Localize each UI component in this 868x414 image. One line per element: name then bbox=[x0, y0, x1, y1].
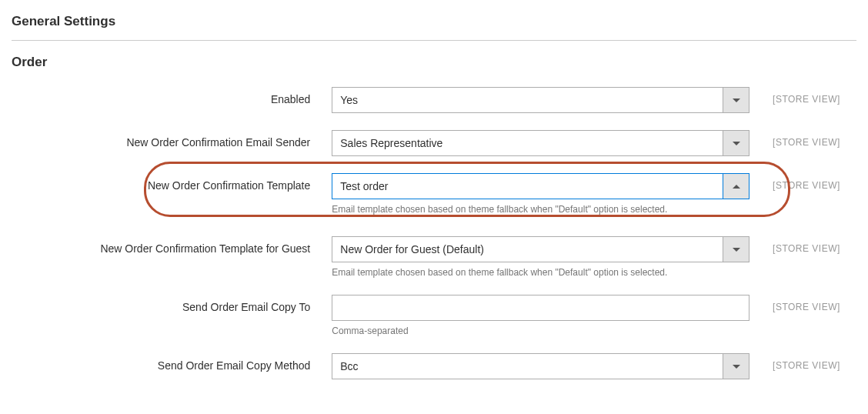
field-row-guest-template: New Order Confirmation Template for Gues… bbox=[12, 236, 856, 278]
guest-template-value: New Order for Guest (Default) bbox=[332, 237, 723, 262]
enabled-select[interactable]: Yes bbox=[332, 87, 749, 113]
copy-method-value: Bcc bbox=[332, 354, 723, 379]
sender-value: Sales Representative bbox=[332, 131, 723, 155]
template-hint: Email template chosen based on theme fal… bbox=[332, 204, 749, 215]
copy-method-select[interactable]: Bcc bbox=[332, 353, 749, 379]
chevron-down-icon bbox=[723, 88, 749, 112]
copy-to-input[interactable] bbox=[332, 295, 749, 321]
guest-template-select[interactable]: New Order for Guest (Default) bbox=[332, 236, 749, 262]
copy-method-scope: [STORE VIEW] bbox=[749, 353, 856, 371]
section-divider bbox=[12, 40, 856, 41]
guest-template-hint: Email template chosen based on theme fal… bbox=[332, 267, 749, 278]
guest-template-control: New Order for Guest (Default) Email temp… bbox=[332, 236, 749, 278]
template-value: Test order bbox=[332, 174, 723, 199]
enabled-scope: [STORE VIEW] bbox=[749, 87, 856, 105]
field-row-enabled: Enabled Yes [STORE VIEW] bbox=[12, 87, 856, 113]
chevron-down-icon bbox=[723, 131, 749, 155]
chevron-up-icon bbox=[723, 174, 749, 199]
field-row-sender: New Order Confirmation Email Sender Sale… bbox=[12, 130, 856, 156]
template-select[interactable]: Test order bbox=[332, 173, 749, 199]
chevron-down-icon bbox=[723, 237, 749, 262]
sender-label: New Order Confirmation Email Sender bbox=[12, 130, 332, 149]
order-section-title: Order bbox=[12, 55, 856, 87]
general-settings-title: General Settings bbox=[12, 8, 856, 40]
guest-template-label: New Order Confirmation Template for Gues… bbox=[12, 236, 332, 255]
copy-to-control: Comma-separated bbox=[332, 295, 749, 336]
guest-template-scope: [STORE VIEW] bbox=[749, 236, 856, 254]
field-row-copy-method: Send Order Email Copy Method Bcc [STORE … bbox=[12, 353, 856, 379]
enabled-value: Yes bbox=[332, 88, 723, 112]
copy-to-label: Send Order Email Copy To bbox=[12, 295, 332, 313]
field-row-copy-to: Send Order Email Copy To Comma-separated… bbox=[12, 295, 856, 336]
copy-method-control: Bcc bbox=[332, 353, 749, 379]
template-control: Test order Email template chosen based o… bbox=[332, 173, 749, 215]
enabled-control: Yes bbox=[332, 87, 749, 113]
sender-control: Sales Representative bbox=[332, 130, 749, 156]
copy-to-hint: Comma-separated bbox=[332, 326, 749, 336]
copy-method-label: Send Order Email Copy Method bbox=[12, 353, 332, 372]
enabled-label: Enabled bbox=[12, 87, 332, 105]
sender-scope: [STORE VIEW] bbox=[749, 130, 856, 148]
template-scope: [STORE VIEW] bbox=[749, 173, 856, 191]
copy-to-scope: [STORE VIEW] bbox=[749, 295, 856, 312]
field-row-template: New Order Confirmation Template Test ord… bbox=[12, 173, 856, 215]
chevron-down-icon bbox=[723, 354, 749, 379]
sender-select[interactable]: Sales Representative bbox=[332, 130, 749, 156]
template-label: New Order Confirmation Template bbox=[12, 173, 332, 192]
